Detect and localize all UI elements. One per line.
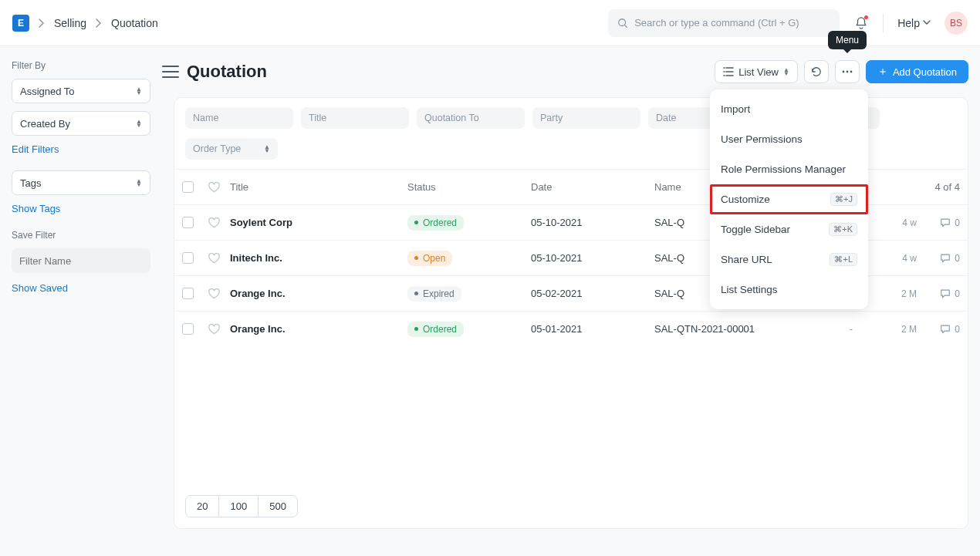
list-icon — [723, 67, 734, 76]
app-logo[interactable]: E — [12, 15, 29, 32]
svg-point-1 — [842, 71, 844, 73]
row-comments[interactable]: 0 — [917, 253, 960, 264]
row-date: 05-01-2021 — [531, 323, 654, 335]
row-title[interactable]: Orange Inc. — [230, 323, 407, 335]
page-header: Quotation Menu List View ▲▼ — [162, 60, 968, 83]
chip-label: Name — [193, 113, 218, 123]
svg-point-2 — [846, 71, 848, 73]
row-checkbox[interactable] — [182, 217, 194, 228]
filter-chip-order-type[interactable]: Order Type ▲▼ — [185, 138, 278, 160]
row-title[interactable]: Initech Inc. — [230, 252, 407, 264]
status-badge: Expired — [407, 286, 461, 302]
edit-filters-link[interactable]: Edit Filters — [12, 143, 59, 155]
shortcut-badge: ⌘+J — [830, 193, 857, 206]
row-comments[interactable]: 0 — [917, 288, 960, 299]
pagination: 20 100 500 — [174, 484, 968, 528]
col-status[interactable]: Status — [407, 181, 531, 193]
add-quotation-button[interactable]: ＋ Add Quotation — [866, 60, 968, 83]
row-age: 4 w — [870, 217, 917, 228]
menu-button[interactable] — [835, 60, 860, 83]
created-by-filter[interactable]: Created By ▲▼ — [12, 111, 150, 136]
breadcrumb-quotation[interactable]: Quotation — [111, 17, 158, 29]
assigned-to-filter[interactable]: Assigned To ▲▼ — [12, 79, 150, 103]
search-placeholder: Search or type a command (Ctrl + G) — [634, 17, 799, 29]
select-arrows-icon: ▲▼ — [136, 120, 142, 127]
row-comments[interactable]: 0 — [917, 324, 960, 335]
row-date: 05-10-2021 — [531, 252, 654, 264]
menu-item-toggle-sidebar[interactable]: Toggle Sidebar ⌘+K — [710, 214, 868, 244]
chip-label: Order Type — [193, 143, 241, 154]
chip-label: Date — [656, 113, 676, 123]
page-menu-dropdown: Import User Permissions Role Permissions… — [710, 89, 868, 309]
menu-item-share-url[interactable]: Share URL ⌘+L — [710, 244, 868, 275]
menu-item-label: Share URL — [721, 254, 772, 265]
row-age: 4 w — [870, 253, 917, 264]
filter-name-input[interactable] — [12, 248, 150, 273]
page-size-500[interactable]: 500 — [259, 496, 297, 517]
menu-tooltip: Menu — [828, 31, 867, 49]
row-title[interactable]: Orange Inc. — [230, 288, 407, 299]
filter-chip-title[interactable]: Title — [301, 107, 409, 129]
col-date[interactable]: Date — [531, 181, 654, 193]
plus-icon: ＋ — [877, 65, 888, 79]
status-text: Ordered — [423, 217, 457, 228]
tags-filter[interactable]: Tags ▲▼ — [12, 170, 150, 195]
row-age: 2 M — [870, 324, 917, 335]
status-dot-icon — [414, 327, 418, 331]
page-size-20[interactable]: 20 — [186, 496, 219, 517]
filter-by-label: Filter By — [12, 60, 150, 71]
refresh-icon — [811, 66, 822, 77]
show-tags-link[interactable]: Show Tags — [12, 203, 60, 214]
view-switcher[interactable]: List View ▲▼ — [715, 60, 798, 83]
menu-item-user-permissions[interactable]: User Permissions — [710, 124, 868, 154]
user-avatar[interactable]: BS — [945, 12, 968, 35]
menu-item-label: Customize — [721, 194, 770, 205]
menu-item-import[interactable]: Import — [710, 94, 868, 124]
notification-dot-icon — [864, 15, 868, 19]
like-button[interactable] — [208, 253, 230, 264]
menu-item-label: Toggle Sidebar — [721, 224, 790, 235]
notifications-button[interactable] — [853, 15, 869, 31]
help-label: Help — [897, 17, 920, 29]
like-button[interactable] — [208, 288, 230, 299]
like-button[interactable] — [208, 217, 230, 228]
row-checkbox[interactable] — [182, 252, 194, 264]
col-title[interactable]: Title — [230, 181, 407, 193]
shortcut-badge: ⌘+L — [830, 253, 857, 266]
status-badge: Ordered — [407, 215, 464, 231]
list-row[interactable]: Orange Inc.Ordered05-01-2021SAL-QTN-2021… — [174, 311, 968, 346]
global-search[interactable]: Search or type a command (Ctrl + G) — [608, 9, 840, 37]
svg-point-3 — [850, 71, 852, 73]
status-dot-icon — [414, 256, 418, 260]
page-title: Quotation — [187, 62, 267, 82]
ellipsis-icon — [842, 70, 853, 73]
row-comments[interactable]: 0 — [917, 217, 960, 228]
chevron-down-icon — [923, 20, 931, 25]
show-saved-link[interactable]: Show Saved — [12, 282, 68, 294]
filter-chip-name[interactable]: Name — [185, 107, 293, 129]
select-arrows-icon: ▲▼ — [136, 87, 142, 95]
chevron-right-icon — [39, 19, 45, 28]
select-all-checkbox[interactable] — [182, 181, 194, 193]
filter-sidebar: Filter By Assigned To ▲▼ Created By ▲▼ E… — [0, 46, 162, 556]
row-title[interactable]: Soylent Corp — [230, 217, 407, 228]
status-badge: Ordered — [407, 322, 464, 337]
filter-chip-quotation-to[interactable]: Quotation To — [417, 107, 525, 129]
menu-item-list-settings[interactable]: List Settings — [710, 275, 868, 305]
status-text: Expired — [423, 288, 455, 299]
menu-item-role-permissions[interactable]: Role Permissions Manager — [710, 154, 868, 184]
row-checkbox[interactable] — [182, 323, 194, 335]
page-size-100[interactable]: 100 — [219, 496, 259, 517]
filter-chip-party[interactable]: Party — [532, 107, 640, 129]
row-checkbox[interactable] — [182, 288, 194, 299]
like-button[interactable] — [208, 324, 230, 335]
refresh-button[interactable] — [804, 60, 829, 83]
chip-label: Title — [309, 113, 326, 123]
select-arrows-icon: ▲▼ — [783, 68, 789, 76]
sidebar-toggle-button[interactable] — [162, 66, 179, 78]
menu-item-customize[interactable]: Customize ⌘+J — [710, 184, 868, 214]
help-menu[interactable]: Help — [897, 17, 931, 29]
view-switcher-label: List View — [738, 66, 779, 78]
page-body: Quotation Menu List View ▲▼ — [162, 46, 980, 556]
breadcrumb-selling[interactable]: Selling — [54, 17, 86, 29]
